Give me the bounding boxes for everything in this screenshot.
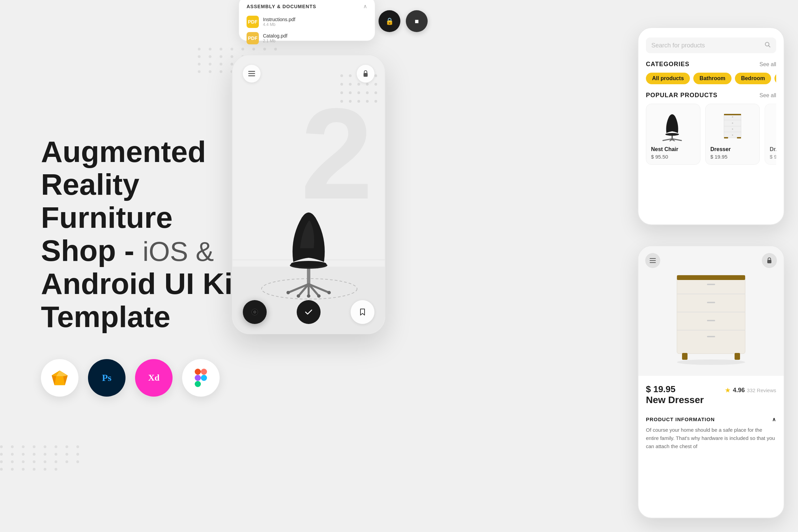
- detail-topbar: [645, 253, 777, 268]
- svg-point-21: [349, 83, 352, 86]
- svg-rect-73: [737, 137, 741, 138]
- svg-point-93: [677, 359, 745, 365]
- chair-name: Nest Chair: [651, 146, 695, 152]
- detail-phone: $ 19.95 New Dresser ★ 4.96 332 Reviews P…: [638, 246, 784, 518]
- svg-point-32: [357, 100, 360, 103]
- photoshop-icon[interactable]: Ps: [88, 359, 125, 397]
- product-info-title: PRODUCT INFORMATION ∧: [646, 416, 776, 423]
- file-name-1: Instructions.pdf: [263, 17, 295, 22]
- categories-header: CATEGORIES See all: [646, 61, 776, 68]
- categories-row: All products Bathroom Bedroom Ch...: [646, 73, 776, 84]
- left-panel: Augmented Reality Furniture Shop - iOS &…: [27, 0, 266, 532]
- ar-room: 2: [233, 55, 385, 334]
- title-line4: Android UI Kit Template: [41, 267, 242, 334]
- detail-lock-btn[interactable]: [762, 253, 777, 268]
- svg-point-68: [732, 116, 733, 118]
- xd-icon[interactable]: Xd: [135, 359, 173, 397]
- svg-point-27: [357, 91, 360, 94]
- svg-point-19: [374, 74, 377, 77]
- search-placeholder: Search for products: [651, 42, 761, 49]
- svg-point-23: [366, 83, 369, 86]
- categories-title: CATEGORIES: [646, 61, 690, 68]
- svg-point-69: [732, 122, 733, 124]
- svg-rect-9: [195, 381, 201, 387]
- tool-icons: Ps Xd: [41, 359, 252, 397]
- assembly-header: ASSEMBLY & DOCUMENTS ∧: [247, 3, 367, 10]
- ar-phone-bottombar: [243, 300, 374, 324]
- detail-menu-btn[interactable]: [645, 253, 660, 268]
- cat-bedroom[interactable]: Bedroom: [735, 73, 771, 84]
- product-card-third[interactable]: Dr... $ 9...: [765, 104, 776, 165]
- svg-point-43: [327, 291, 331, 294]
- svg-marker-4: [55, 376, 65, 385]
- svg-point-44: [297, 294, 300, 298]
- svg-point-20: [340, 83, 343, 86]
- third-image: [770, 109, 776, 143]
- svg-line-56: [769, 46, 770, 47]
- third-price: $ 9...: [770, 154, 776, 160]
- figma-icon[interactable]: [182, 359, 220, 397]
- dresser-name: Dresser: [710, 146, 755, 152]
- file-size-2: 2.1 Mb: [263, 39, 287, 43]
- shop-phone: Search for products CATEGORIES See all A…: [638, 27, 784, 225]
- svg-point-28: [366, 91, 369, 94]
- pdf-icon-2: PDF: [247, 32, 259, 44]
- file-row-2: PDF Catalog.pdf 2.1 Mb: [247, 30, 367, 46]
- cat-bathroom[interactable]: Bathroom: [693, 73, 732, 84]
- detail-bottom: $ 19.95 New Dresser ★ 4.96 332 Reviews P…: [638, 376, 784, 459]
- svg-rect-89: [707, 320, 715, 321]
- search-bar[interactable]: Search for products: [646, 38, 776, 53]
- svg-point-26: [349, 91, 352, 94]
- review-count: 332 Reviews: [747, 387, 776, 393]
- ar-phone-inner: 2: [233, 55, 385, 334]
- dresser-image: [710, 109, 755, 143]
- cat-ch[interactable]: Ch...: [774, 73, 776, 84]
- collapse-icon[interactable]: ∧: [363, 3, 367, 10]
- svg-point-45: [317, 294, 321, 298]
- file-row-1: PDF Instructions.pdf 4.4 Mb: [247, 14, 367, 30]
- svg-point-24: [374, 83, 377, 86]
- dresser-price: $ 19.95: [710, 154, 755, 160]
- product-card-chair[interactable]: Nest Chair $ 95.50: [646, 104, 700, 165]
- svg-rect-83: [677, 275, 745, 280]
- svg-rect-81: [767, 260, 771, 263]
- file-info-1: Instructions.pdf 4.4 Mb: [263, 17, 295, 27]
- ar-phone: 2: [232, 55, 385, 334]
- svg-point-34: [374, 100, 377, 103]
- star-icon: ★: [725, 386, 731, 394]
- sketch-icon[interactable]: [41, 359, 78, 397]
- float-btn-lock[interactable]: 🔒: [379, 10, 400, 32]
- float-btn-close[interactable]: ■: [406, 10, 428, 32]
- svg-rect-52: [364, 73, 368, 77]
- ar-color-btn[interactable]: [243, 300, 267, 324]
- svg-rect-64: [724, 114, 741, 115]
- svg-point-62: [665, 133, 679, 136]
- svg-rect-90: [707, 336, 715, 337]
- svg-point-54: [253, 310, 256, 314]
- cat-all-products[interactable]: All products: [646, 73, 690, 84]
- svg-point-33: [366, 100, 369, 103]
- ar-menu-btn[interactable]: [243, 65, 261, 83]
- svg-point-22: [357, 83, 360, 86]
- main-title: Augmented Reality Furniture Shop - iOS &…: [41, 135, 252, 334]
- ar-lock-btn[interactable]: [357, 65, 374, 83]
- popular-title: POPULAR PRODUCTS: [646, 92, 718, 99]
- rating-number: 4.96: [733, 387, 745, 394]
- ar-confirm-btn[interactable]: [297, 300, 321, 324]
- info-collapse-icon[interactable]: ∧: [772, 416, 776, 423]
- svg-rect-80: [650, 262, 656, 263]
- chair-image: [651, 109, 695, 143]
- svg-point-31: [349, 100, 352, 103]
- title-line1: Augmented Reality: [41, 135, 206, 202]
- popular-see-all[interactable]: See all: [759, 92, 776, 99]
- svg-rect-79: [650, 260, 656, 261]
- pdf-icon-1: PDF: [247, 16, 259, 28]
- svg-rect-78: [650, 258, 656, 259]
- chair-price: $ 95.50: [651, 154, 695, 160]
- third-name: Dr...: [770, 146, 776, 152]
- assembly-title: ASSEMBLY & DOCUMENTS: [247, 4, 316, 9]
- svg-rect-6: [195, 369, 201, 375]
- ar-bookmark-btn[interactable]: [351, 300, 374, 324]
- product-card-dresser[interactable]: Dresser $ 19.95: [705, 104, 760, 165]
- categories-see-all[interactable]: See all: [759, 61, 776, 68]
